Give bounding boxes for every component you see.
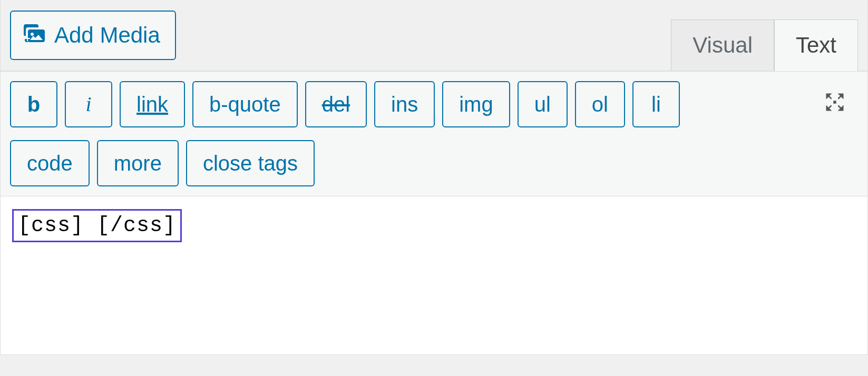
qt-more-button[interactable]: more (97, 140, 179, 186)
qt-link-button[interactable]: link (120, 81, 185, 127)
fullscreen-button[interactable] (812, 81, 858, 125)
qt-del-button[interactable]: del (305, 81, 367, 127)
add-media-button[interactable]: Add Media (10, 11, 176, 60)
quicktags-buttons: b i link b-quote del ins img ul ol li co… (10, 81, 748, 186)
editor-content-area[interactable]: [css] [/css] (1, 196, 867, 354)
svg-rect-1 (833, 101, 836, 104)
qt-ul-button[interactable]: ul (518, 81, 568, 127)
add-media-label: Add Media (54, 23, 160, 48)
quicktags-toolbar: b i link b-quote del ins img ul ol li co… (1, 71, 867, 196)
qt-bold-button[interactable]: b (10, 81, 57, 127)
editor-tabs: Visual Text (671, 19, 858, 71)
qt-li-button[interactable]: li (632, 81, 680, 127)
qt-ins-button[interactable]: ins (374, 81, 435, 127)
qt-code-button[interactable]: code (10, 140, 90, 186)
media-icon (22, 20, 47, 51)
qt-ol-button[interactable]: ol (575, 81, 625, 127)
qt-close-tags-button[interactable]: close tags (186, 140, 315, 186)
tab-visual[interactable]: Visual (671, 19, 774, 71)
qt-blockquote-button[interactable]: b-quote (192, 81, 298, 127)
editor-wrap: Add Media Visual Text b i link b-quote d… (0, 0, 868, 355)
qt-img-button[interactable]: img (442, 81, 510, 127)
tab-text[interactable]: Text (774, 19, 858, 71)
fullscreen-icon (823, 91, 846, 115)
qt-italic-button[interactable]: i (65, 81, 112, 127)
top-bar: Add Media Visual Text (1, 0, 867, 71)
shortcode-highlight: [css] [/css] (12, 209, 182, 242)
